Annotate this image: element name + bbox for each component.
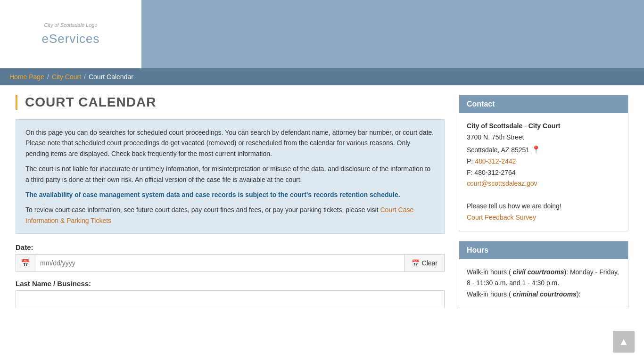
contact-phone-row: P: 480-312-2442 [467, 156, 620, 167]
breadcrumb-current: Court Calendar [89, 73, 133, 81]
hours-card: Hours Walk-in hours ( civil courtrooms):… [459, 241, 628, 308]
contact-feedback-row: Court Feedback Survey [467, 212, 620, 223]
hours-header: Hours [459, 241, 628, 259]
info-paragraph-4: To review court case information, see fu… [25, 205, 435, 226]
sidebar: Contact City of Scottsdale - City Court … [459, 95, 628, 318]
feedback-survey-link[interactable]: Court Feedback Survey [467, 214, 536, 221]
breadcrumb-city-court[interactable]: City Court [52, 73, 81, 81]
logo: City of Scottsdale Logo [44, 22, 97, 28]
hours-line2-italic: criminal courtrooms [513, 290, 577, 298]
hours-body: Walk-in hours ( civil courtrooms): Monda… [459, 259, 628, 308]
info-paragraph-4-prefix: To review court case information, see fu… [25, 206, 380, 214]
calendar-icon: 📅 [21, 259, 30, 268]
hours-line2-prefix: Walk-in hours ( [467, 290, 513, 298]
contact-court-name: City Court [528, 122, 561, 130]
calendar-icon-button[interactable]: 📅 [16, 254, 35, 272]
date-form-section: Date: 📅 📅 Clear [16, 243, 445, 272]
lastname-form-section: Last Name / Business: [16, 280, 445, 308]
contact-org-name: City of Scottsdale [467, 122, 522, 130]
contact-body: City of Scottsdale - City Court 3700 N. … [459, 113, 628, 231]
info-paragraph-3-bold: The availability of case management syst… [25, 189, 435, 200]
contact-dash: - [522, 122, 528, 130]
header: City of Scottsdale Logo eServices [0, 0, 644, 68]
content-area: COURT CALENDAR On this page you can do s… [16, 95, 445, 318]
contact-feedback-text: Please tell us how we are doing! [467, 201, 620, 212]
map-pin-icon: 📍 [531, 146, 541, 154]
clear-label: Clear [422, 259, 438, 267]
contact-fax: 480-312-2764 [474, 169, 515, 176]
clear-button[interactable]: 📅 Clear [405, 254, 445, 272]
header-banner [141, 0, 644, 68]
breadcrumb-home[interactable]: Home Page [9, 73, 44, 81]
date-label: Date: [16, 243, 445, 251]
contact-email-link[interactable]: court@scottsdaleaz.gov [467, 180, 537, 187]
lastname-label: Last Name / Business: [16, 280, 445, 288]
lastname-input[interactable] [16, 290, 445, 308]
breadcrumb-separator-2: / [84, 73, 86, 81]
contact-address1: 3700 N. 75th Street [467, 132, 620, 143]
clear-icon: 📅 [412, 259, 420, 267]
hours-line2-suffix: ): [577, 290, 581, 298]
contact-phone-label: P: [467, 157, 475, 165]
contact-org: City of Scottsdale - City Court [467, 121, 620, 132]
date-input-row: 📅 📅 Clear [16, 254, 445, 272]
contact-email-row: court@scottsdaleaz.gov [467, 178, 620, 189]
contact-fax-row: F: 480-312-2764 [467, 167, 620, 179]
contact-card: Contact City of Scottsdale - City Court … [459, 95, 628, 231]
hours-line1-italic: civil courtrooms [513, 268, 564, 276]
info-paragraph-1: On this page you can do searches for sch… [25, 127, 435, 159]
date-input[interactable] [35, 254, 405, 272]
breadcrumb: Home Page / City Court / Court Calendar [0, 68, 644, 85]
info-paragraph-2: The court is not liable for inaccurate o… [25, 164, 435, 185]
main-container: COURT CALENDAR On this page you can do s… [6, 95, 638, 318]
header-logo-area: City of Scottsdale Logo eServices [0, 0, 141, 68]
contact-fax-label: F: [467, 169, 474, 176]
contact-address2-row: Scottsdale, AZ 85251 📍 [467, 143, 620, 156]
contact-address2: Scottsdale, AZ 85251 [467, 146, 529, 154]
hours-line1: Walk-in hours ( civil courtrooms): Monda… [467, 267, 620, 289]
eservices-label: eServices [41, 32, 99, 46]
hours-line2: Walk-in hours ( criminal courtrooms): [467, 289, 620, 300]
contact-phone-link[interactable]: 480-312-2442 [475, 157, 516, 165]
contact-header: Contact [459, 95, 628, 113]
breadcrumb-separator-1: / [47, 73, 49, 81]
page-title: COURT CALENDAR [16, 95, 445, 110]
info-box: On this page you can do searches for sch… [16, 119, 445, 234]
hours-line1-prefix: Walk-in hours ( [467, 268, 513, 276]
